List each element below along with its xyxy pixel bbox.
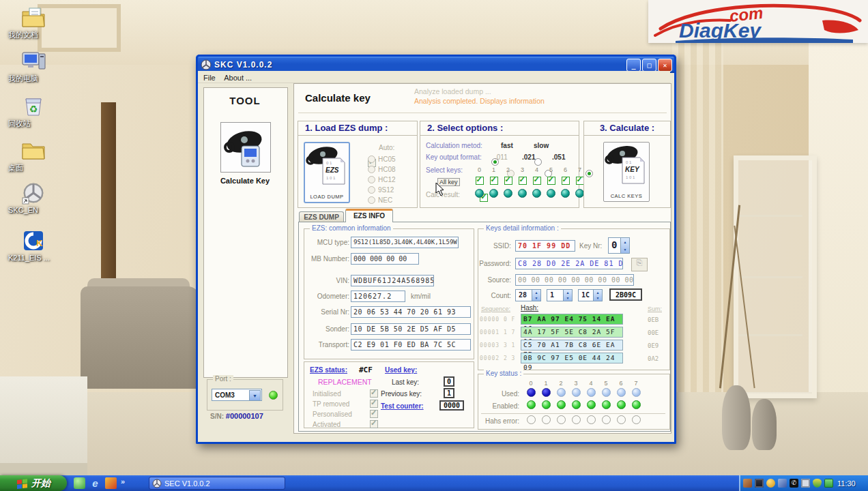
mcu-option-hc12[interactable]: HC12 xyxy=(368,176,396,183)
window-titlebar[interactable]: SKC V1.0.0.2 _ □ ✕ xyxy=(196,55,676,73)
desktop-icon-k211-eis[interactable]: K K211_EIS ... xyxy=(8,229,59,252)
mcu-option-hc08[interactable]: HC08 xyxy=(368,166,396,173)
load-dump-button[interactable]: 0 1 EZS 1 0 1 LOAD DUMP xyxy=(304,142,350,203)
key-checkbox-7[interactable] xyxy=(576,177,584,185)
serial-field[interactable]: 20 06 53 44 70 20 61 93 xyxy=(351,306,471,318)
step1-title: 1. Load EZS dump : xyxy=(298,121,417,136)
app-shortcut-icon[interactable] xyxy=(105,477,117,489)
paint-tray-icon[interactable] xyxy=(743,479,752,488)
key-checkbox-5[interactable] xyxy=(547,177,555,185)
close-button[interactable]: ✕ xyxy=(658,59,672,72)
transport-field[interactable]: C2 E9 01 F0 ED BA 7C 5C xyxy=(351,339,471,351)
test-counter-link[interactable]: Test counter: xyxy=(381,402,424,410)
hash_error-led-3 xyxy=(572,415,581,424)
count-spinner-2[interactable]: 1 ▲▼ xyxy=(547,289,573,301)
minimize-button[interactable]: _ xyxy=(626,59,641,72)
mb-number-field[interactable]: 000 000 00 00 xyxy=(351,253,419,265)
ezs-status-checkbox[interactable] xyxy=(370,389,378,398)
load-ezs-dump-group: 1. Load EZS dump : 0 1 EZS 1 0 1 xyxy=(298,121,418,208)
mercedes-shortcut-icon xyxy=(8,181,59,205)
desktop-icon-folder[interactable]: 桌面 xyxy=(8,138,59,162)
mcu-option-9s12[interactable]: 9S12 xyxy=(368,186,396,194)
paper-mid-text: KEY xyxy=(625,166,640,173)
com-port-select[interactable]: COM3 ▼ xyxy=(212,389,262,401)
gear-tray-icon[interactable] xyxy=(778,479,787,488)
key-checkbox-3[interactable] xyxy=(519,177,527,185)
tab-ezs-dump[interactable]: EZS DUMP xyxy=(299,211,344,222)
taskbar-task-skc[interactable]: SEC V1.0.0.2 xyxy=(149,477,285,490)
key-tray-icon[interactable] xyxy=(766,479,775,488)
media-player-icon[interactable] xyxy=(74,477,85,489)
menu-bar: File About ... xyxy=(198,71,670,83)
calculate-key-tool-button[interactable] xyxy=(220,122,271,173)
mcu-option-nec[interactable]: NEC xyxy=(368,196,396,204)
odometer-field[interactable]: 120627.2 xyxy=(351,291,405,302)
hash-row-value: 0B 9C 97 E5 0E 44 24 09 xyxy=(521,353,623,363)
start-button[interactable]: 开始 xyxy=(0,475,67,491)
shield-tray-icon[interactable] xyxy=(813,479,822,488)
mcu-type-field[interactable]: 9S12(1L85D,3L40K,4L40K,1L59W, xyxy=(351,237,459,248)
key-checkbox-1[interactable] xyxy=(490,177,498,185)
ezs-status-checkbox[interactable] xyxy=(370,420,378,428)
ezs-status-checkbox[interactable] xyxy=(370,410,378,418)
password-field[interactable]: C8 28 D0 2E 2A DE 81 D2 xyxy=(515,258,623,269)
menu-about[interactable]: About ... xyxy=(224,74,252,82)
count-spinner-3[interactable]: 1C ▲▼ xyxy=(578,289,603,301)
menu-file[interactable]: File xyxy=(203,74,216,82)
window-tray-icon[interactable] xyxy=(801,479,810,488)
diagkey-logo: com DiagKey xyxy=(648,0,868,43)
spinner-arrows-icon[interactable]: ▲▼ xyxy=(563,290,572,301)
desktop-icon-skc-en[interactable]: SKC_EN xyxy=(8,181,59,205)
calc-keys-button[interactable]: 0 1 KEY 1 0 1 CALC KEYS xyxy=(603,142,650,202)
used-key-link[interactable]: Used key: xyxy=(385,366,417,374)
internet-explorer-icon[interactable]: e xyxy=(89,477,101,489)
desktop-icon-my-computer[interactable]: 我的电脑 xyxy=(8,49,59,72)
mercedes-app-icon xyxy=(201,59,212,70)
copy-password-button[interactable]: ⎘ xyxy=(631,258,648,271)
key-nr-spinner[interactable]: 0 ▲▼ xyxy=(608,237,630,254)
key-checkbox-6[interactable] xyxy=(562,177,570,185)
hash-row-value: 4A 17 5F 5E C8 2A 5F 9C xyxy=(521,327,623,338)
calc-result-leds xyxy=(472,189,587,198)
spinner-arrows-icon[interactable]: ▲▼ xyxy=(593,290,602,301)
ezs-status-checkbox[interactable] xyxy=(370,400,378,408)
ezs-status-link[interactable]: EZS status: xyxy=(310,366,347,374)
ssid-field[interactable]: 70 1F 99 DD xyxy=(515,240,575,252)
quick-launch-overflow-chevron[interactable]: » xyxy=(121,477,125,489)
chevron-down-icon[interactable]: ▼ xyxy=(249,390,261,401)
port-group-title: Port : xyxy=(213,375,233,383)
step3-title: 3. Calculate : xyxy=(584,121,670,136)
spinner-arrows-icon[interactable]: ▲▼ xyxy=(620,238,629,253)
vin-field[interactable]: WDBUF61J24A568985 xyxy=(351,275,434,286)
desktop-icon-recycle-bin[interactable]: ♻ 回收站 xyxy=(8,94,59,117)
calc-method-label: Calculation metod: xyxy=(426,142,482,149)
ezs-status-checkbox-label: Personalised xyxy=(313,411,352,418)
fast-label: fast xyxy=(501,142,513,149)
key-checkbox-0[interactable] xyxy=(476,177,484,185)
key-checkbox-2[interactable] xyxy=(504,177,512,185)
my-computer-icon xyxy=(8,49,59,72)
previous-key-value: 1 xyxy=(444,388,454,398)
source-field[interactable]: 00 00 00 00 00 00 00 00 00 xyxy=(515,274,634,286)
key-checkbox-4[interactable] xyxy=(533,177,541,185)
count-spinner-1[interactable]: 28 ▲▼ xyxy=(515,289,541,301)
spinner-arrows-icon[interactable]: ▲▼ xyxy=(532,290,540,301)
sonder-label: Sonder: xyxy=(304,325,349,333)
maximize-button[interactable]: □ xyxy=(642,59,656,72)
phone-tray-icon[interactable]: ✆ xyxy=(790,479,798,488)
key-status-number: 3 xyxy=(574,380,577,387)
sonder-field[interactable]: 10 DE 5B 50 2E D5 AF D5 xyxy=(351,323,471,335)
mcu-option-hc05[interactable]: HC05 xyxy=(368,155,396,163)
display-tray-icon[interactable] xyxy=(755,479,764,488)
slow-radio[interactable] xyxy=(534,158,542,166)
background-display-cabinet xyxy=(734,155,817,398)
battery-tray-icon[interactable] xyxy=(824,479,833,488)
desktop-icon-label: 桌面 xyxy=(8,163,23,173)
odometer-unit: km/mil xyxy=(411,293,431,300)
folder-icon xyxy=(8,138,59,162)
desktop-icon-my-documents[interactable]: 我的文档 xyxy=(8,5,59,29)
ezs-status-checkbox-label: Initialised xyxy=(313,390,341,398)
tab-ezs-info[interactable]: EZS INFO xyxy=(345,209,393,222)
paper-bot-text: 1 0 1 xyxy=(626,175,635,179)
previous-key-label: Previous key: xyxy=(381,390,422,398)
